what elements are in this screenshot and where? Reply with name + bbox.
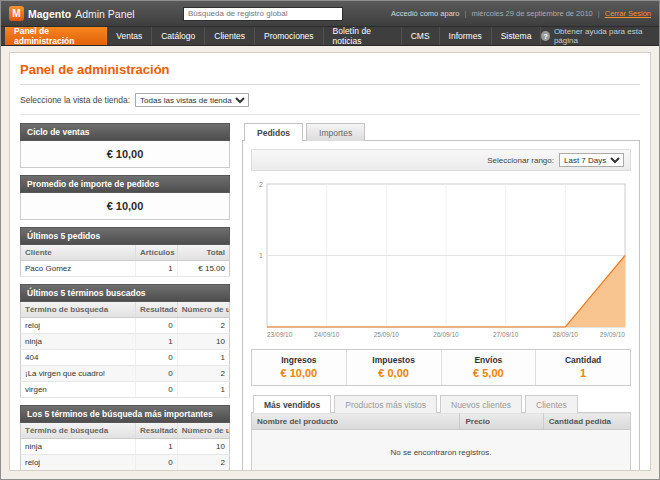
tab-importes[interactable]: Importes [306,123,365,141]
empty-row: No se encontraron registros. [252,430,631,472]
magento-admin-window: M Magento Admin Panel Accedió como aparo… [0,0,660,480]
store-view-select[interactable]: Todas las vistas de tienda [135,93,249,107]
dashboard-right-column: Pedidos Importes Seleccionar rango: Last… [242,123,640,471]
table-row[interactable]: reloj 0 2 [21,318,230,334]
page-title: Panel de administración [20,59,640,85]
chart-tabs: Pedidos Importes [242,123,640,141]
average-order-box: Promedio de importe de pedidos € 10,00 [20,175,230,220]
column-header: Número de usos [177,423,229,439]
svg-text:26/09/10: 26/09/10 [433,331,459,338]
column-header: Cliente [21,245,136,261]
help-label: Obtener ayuda para esta página [554,27,651,45]
nav-item-dashboard[interactable]: Panel de administración [5,27,107,45]
header-date: miércoles 29 de septiembre de 2010 [471,9,592,18]
tab-clientes[interactable]: Clientes [525,395,578,413]
table-row[interactable]: 404 0 1 [21,350,230,366]
lifetime-sales-title: Ciclo de ventas [20,123,230,141]
svg-text:27/09/10: 27/09/10 [493,331,519,338]
products-table: Nombre del producto Precio Cantidad pedi… [251,412,631,471]
separator: | [598,9,600,18]
top-search-terms-box: Los 5 términos de búsqueda más important… [20,405,230,471]
svg-text:25/09/10: 25/09/10 [374,331,400,338]
stat-cantidad: Cantidad 1 [535,350,630,385]
column-header: Nombre del producto [252,413,460,430]
global-search-input[interactable] [183,7,343,21]
lifetime-sales-box: Ciclo de ventas € 10,00 [20,123,230,168]
average-order-title: Promedio de importe de pedidos [20,175,230,193]
magento-logo-icon: M [9,6,24,21]
tab-pedidos[interactable]: Pedidos [244,123,303,141]
logged-in-as: Accedió como aparo [391,9,459,18]
table-row[interactable]: virgen 0 1 [21,382,230,398]
last-orders-table: Cliente Artículos Total Paco Gomez 1 € 1… [20,245,230,277]
dashboard-left-column: Ciclo de ventas € 10,00 Promedio de impo… [20,123,230,471]
average-order-value: € 10,00 [20,193,230,220]
tab-mas-vendidos[interactable]: Más vendidos [253,395,331,413]
column-header: Artículos [135,245,177,261]
logout-link[interactable]: Cerrar Sesión [605,9,651,18]
nav-item-ventas[interactable]: Ventas [107,27,152,45]
nav-item-clientes[interactable]: Clientes [205,27,255,45]
svg-text:29/09/10: 29/09/10 [600,331,626,338]
last-orders-box: Últimos 5 pedidos Cliente Artículos Tota… [20,227,230,277]
nav-item-catalogo[interactable]: Catálogo [152,27,205,45]
range-label: Seleccionar rango: [487,156,554,165]
store-view-label: Seleccione la vista de tienda: [20,95,130,105]
column-header: Resultados [135,423,177,439]
dashboard: Ciclo de ventas € 10,00 Promedio de impo… [20,115,640,471]
product-tabs: Más vendidos Productos más vistos Nuevos… [251,395,631,413]
store-view-switcher: Seleccione la vista de tienda: Todas las… [20,85,640,115]
top-search-terms-table: Término de búsqueda Resultados Número de… [20,423,230,471]
svg-text:1: 1 [259,252,263,259]
column-header: Término de búsqueda [21,302,136,318]
magento-logo[interactable]: M Magento Admin Panel [9,6,135,21]
stat-impuestos: Impuestos € 0,00 [346,350,441,385]
nav-item-cms[interactable]: CMS [402,27,440,45]
column-header: Resultados [135,302,177,318]
global-search [143,7,383,21]
logo-suffix: Admin Panel [75,8,135,20]
top-search-terms-title: Los 5 términos de búsqueda más important… [20,405,230,423]
page-help-link[interactable]: ? Obtener ayuda para esta página [541,27,655,45]
chart-panel: Seleccionar rango: Last 7 Days 1223/09/1… [242,140,640,471]
column-header: Número de usos [177,302,229,318]
svg-text:24/09/10: 24/09/10 [314,331,340,338]
lifetime-sales-value: € 10,00 [20,141,230,168]
orders-chart-svg: 1223/09/1024/09/1025/09/1026/09/1027/09/… [251,178,631,340]
last-search-terms-title: Últimos 5 términos buscados [20,284,230,302]
separator: | [464,9,466,18]
stat-ingresos: Ingresos € 10,00 [252,350,346,385]
nav-item-sistema[interactable]: Sistema [492,27,542,45]
nav-item-boletin[interactable]: Boletín de noticias [324,27,402,45]
last-search-terms-table: Término de búsqueda Resultados Número de… [20,302,230,398]
table-row[interactable]: ¡La virgen que cuadro! 0 2 [21,471,230,472]
empty-message: No se encontraron registros. [252,430,631,472]
range-select[interactable]: Last 7 Days [559,153,624,167]
range-selector-bar: Seleccionar rango: Last 7 Days [251,149,631,171]
svg-text:2: 2 [259,181,263,188]
top-header: M Magento Admin Panel Accedió como aparo… [1,1,659,27]
nav-item-informes[interactable]: Informes [440,27,492,45]
table-row[interactable]: ninja 1 10 [21,334,230,350]
column-header: Total [177,245,229,261]
table-row[interactable]: Paco Gomez 1 € 15.00 [21,261,230,277]
tab-productos-mas-vistos[interactable]: Productos más vistos [334,395,437,413]
table-row[interactable]: ¡La virgen que cuadro! 0 2 [21,366,230,382]
content-area: Panel de administración Seleccione la vi… [1,46,659,479]
help-icon: ? [541,31,549,41]
table-row[interactable]: reloj 0 2 [21,455,230,471]
svg-text:28/09/10: 28/09/10 [553,331,579,338]
column-header: Cantidad pedida [543,413,630,430]
table-row[interactable]: ninja 1 10 [21,439,230,455]
tab-nuevos-clientes[interactable]: Nuevos clientes [440,395,522,413]
column-header: Precio [460,413,543,430]
content-panel: Panel de administración Seleccione la vi… [9,52,651,471]
nav-item-promociones[interactable]: Promociones [255,27,324,45]
last-orders-title: Últimos 5 pedidos [20,227,230,245]
session-info: Accedió como aparo | miércoles 29 de sep… [391,9,651,18]
svg-text:23/09/10: 23/09/10 [267,331,293,338]
column-header: Término de búsqueda [21,423,136,439]
logo-text: Magento [28,8,71,20]
orders-chart: 1223/09/1024/09/1025/09/1026/09/1027/09/… [251,178,631,340]
totals-row: Ingresos € 10,00 Impuestos € 0,00 Envíos… [251,349,631,386]
